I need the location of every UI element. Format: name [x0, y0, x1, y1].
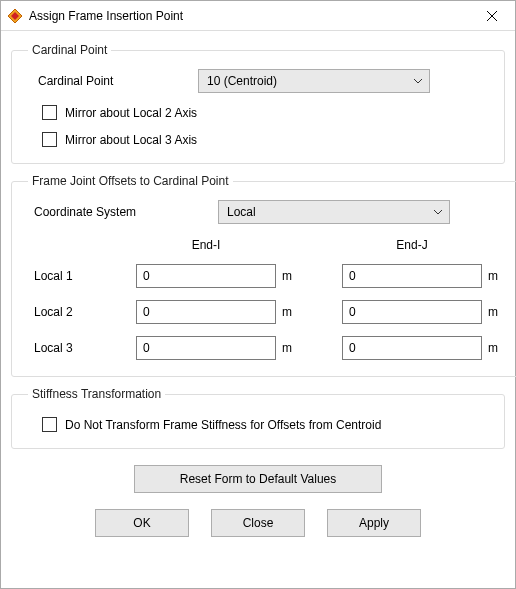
coord-system-label: Coordinate System: [28, 205, 218, 219]
local3-end-j-unit: m: [482, 341, 504, 355]
offsets-header-end-i: End-I: [136, 238, 276, 252]
cardinal-point-label: Cardinal Point: [28, 74, 198, 88]
coord-system-select[interactable]: Local: [218, 200, 450, 224]
local3-end-i-unit: m: [276, 341, 298, 355]
local2-end-i-input[interactable]: 0: [136, 300, 276, 324]
local1-end-i-unit: m: [276, 269, 298, 283]
local2-label: Local 2: [28, 305, 136, 319]
do-not-transform-checkbox[interactable]: [42, 417, 57, 432]
local1-label: Local 1: [28, 269, 136, 283]
apply-button[interactable]: Apply: [327, 509, 421, 537]
group-cardinal-legend: Cardinal Point: [28, 43, 111, 57]
local1-end-i-input[interactable]: 0: [136, 264, 276, 288]
local1-end-j-input[interactable]: 0: [342, 264, 482, 288]
titlebar: Assign Frame Insertion Point: [1, 1, 515, 31]
mirror-local3-label: Mirror about Local 3 Axis: [65, 133, 197, 147]
mirror-local3-checkbox[interactable]: [42, 132, 57, 147]
local3-end-i-input[interactable]: 0: [136, 336, 276, 360]
app-icon: [7, 8, 23, 24]
footer-buttons: Reset Form to Default Values OK Close Ap…: [11, 465, 505, 537]
dialog-window: Assign Frame Insertion Point Cardinal Po…: [0, 0, 516, 589]
local2-end-i-unit: m: [276, 305, 298, 319]
coord-system-select-value: Local: [227, 205, 427, 219]
close-button[interactable]: Close: [211, 509, 305, 537]
client-area: Cardinal Point Cardinal Point 10 (Centro…: [1, 31, 515, 588]
cardinal-point-select-value: 10 (Centroid): [207, 74, 407, 88]
chevron-down-icon: [407, 70, 429, 92]
reset-button[interactable]: Reset Form to Default Values: [134, 465, 382, 493]
chevron-down-icon: [427, 201, 449, 223]
group-stiffness-legend: Stiffness Transformation: [28, 387, 165, 401]
cardinal-point-select[interactable]: 10 (Centroid): [198, 69, 430, 93]
window-title: Assign Frame Insertion Point: [29, 9, 469, 23]
local1-end-j-unit: m: [482, 269, 504, 283]
do-not-transform-label: Do Not Transform Frame Stiffness for Off…: [65, 418, 381, 432]
ok-button[interactable]: OK: [95, 509, 189, 537]
local2-end-j-input[interactable]: 0: [342, 300, 482, 324]
group-stiffness: Stiffness Transformation Do Not Transfor…: [11, 387, 505, 449]
window-close-button[interactable]: [469, 1, 515, 31]
mirror-local2-checkbox[interactable]: [42, 105, 57, 120]
group-offsets: Frame Joint Offsets to Cardinal Point Co…: [11, 174, 516, 377]
local2-end-j-unit: m: [482, 305, 504, 319]
offsets-header-end-j: End-J: [342, 238, 482, 252]
mirror-local2-label: Mirror about Local 2 Axis: [65, 106, 197, 120]
local3-label: Local 3: [28, 341, 136, 355]
group-offsets-legend: Frame Joint Offsets to Cardinal Point: [28, 174, 233, 188]
group-cardinal-point: Cardinal Point Cardinal Point 10 (Centro…: [11, 43, 505, 164]
local3-end-j-input[interactable]: 0: [342, 336, 482, 360]
